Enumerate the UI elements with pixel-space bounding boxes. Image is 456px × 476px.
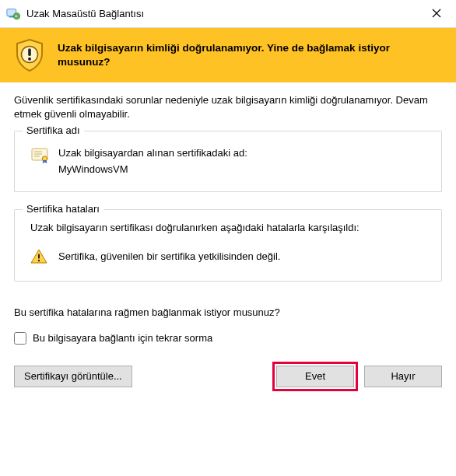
yes-highlight: Evet <box>272 362 358 391</box>
warning-triangle-icon <box>30 248 47 265</box>
dont-ask-again-row[interactable]: Bu bilgisayara bağlantı için tekrar sorm… <box>0 332 456 345</box>
certificate-error-item: Sertifika, güvenilen bir sertifika yetki… <box>26 247 430 267</box>
no-button[interactable]: Hayır <box>364 366 442 387</box>
svg-point-5 <box>28 58 31 61</box>
certificate-name-title: Sertifika adı <box>23 124 84 136</box>
shield-warning-icon <box>14 38 45 72</box>
close-icon <box>432 7 441 21</box>
certificate-name-label: Uzak bilgisayardan alınan sertifikadaki … <box>58 145 247 161</box>
dont-ask-again-checkbox[interactable] <box>14 332 26 345</box>
certificate-name-group: Sertifika adı Uzak bilgisayardan alınan … <box>14 131 442 191</box>
titlebar: Uzak Masaüstü Bağlantısı <box>0 0 456 28</box>
certificate-name-value: MyWindowsVM <box>58 162 247 177</box>
confirm-question: Bu sertifika hatalarına rağmen bağlanmak… <box>0 306 456 318</box>
certificate-icon <box>30 145 49 164</box>
intro-text: Güvenlik sertifikasındaki sorunlar neden… <box>14 93 442 121</box>
certificate-error-text: Sertifika, güvenilen bir sertifika yetki… <box>58 250 280 262</box>
button-row: Sertifikayı görüntüle... Evet Hayır <box>0 362 456 402</box>
yes-button[interactable]: Evet <box>276 366 354 387</box>
close-button[interactable] <box>419 0 454 28</box>
dont-ask-again-label: Bu bilgisayara bağlantı için tekrar sorm… <box>33 332 212 344</box>
banner-text: Uzak bilgisayarın kimliği doğrulanamıyor… <box>58 41 442 69</box>
window-title: Uzak Masaüstü Bağlantısı <box>26 8 419 19</box>
svg-point-12 <box>38 259 40 261</box>
svg-rect-1 <box>9 16 14 17</box>
warning-banner: Uzak bilgisayarın kimliği doğrulanamıyor… <box>0 28 456 82</box>
content-area: Güvenlik sertifikasındaki sorunlar neden… <box>0 82 456 306</box>
view-certificate-button[interactable]: Sertifikayı görüntüle... <box>14 366 132 387</box>
rdc-app-icon <box>6 7 20 21</box>
certificate-errors-intro: Uzak bilgisayarın sertifikası doğrulanır… <box>26 219 430 247</box>
svg-rect-4 <box>28 49 31 57</box>
certificate-errors-group: Sertifika hataları Uzak bilgisayarın ser… <box>14 209 442 282</box>
certificate-errors-title: Sertifika hataları <box>23 203 103 215</box>
svg-rect-11 <box>38 254 40 258</box>
